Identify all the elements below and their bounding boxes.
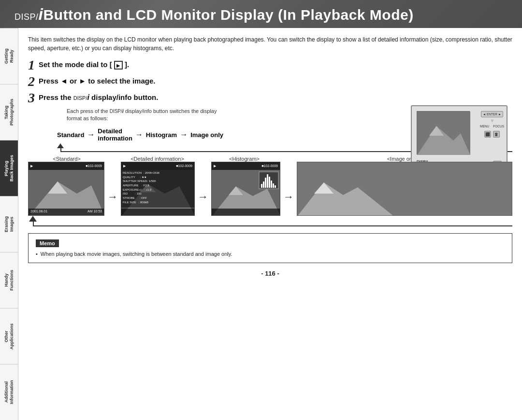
preview-standard: ▶ ■102-0009 2001.08.01 AM 10:53 xyxy=(28,162,104,216)
preview-arrow-2: → xyxy=(195,174,211,203)
sidebar-item-other[interactable]: OtherApplications xyxy=(0,308,18,364)
hist-file-id: ■102-0009 xyxy=(261,164,278,168)
camera-screen xyxy=(417,111,470,154)
sidebar-item-taking-photos[interactable]: TakingPhotographs xyxy=(0,84,18,140)
preview-arrow-1: → xyxy=(104,174,121,203)
feedback-vert-left xyxy=(60,148,61,152)
large-feedback-line xyxy=(33,225,512,226)
svg-rect-23 xyxy=(269,177,270,188)
flow-standard: Standard xyxy=(57,131,84,139)
det-exposure: EXPOSURE+/- : +1.0 xyxy=(123,188,193,192)
std-play-icon: ▶ xyxy=(30,164,33,168)
preview-arrow-3: → xyxy=(280,174,297,203)
preview-histogram: ▶ ■102-0009 xyxy=(211,162,280,216)
std-time: AM 10:53 xyxy=(87,210,102,213)
page-title: DISP/iButton and LCD Monitor Display (In… xyxy=(14,5,414,24)
icon-btn-1: ⬛ xyxy=(484,131,491,138)
camera-controls: ◄ ENTER ► ▽ MENU FOCUS ⬛ 🗑 xyxy=(480,111,504,138)
svg-rect-20 xyxy=(263,182,264,188)
page-header: DISP/iButton and LCD Monitor Display (In… xyxy=(0,0,522,28)
det-iso: ISO : 100 xyxy=(123,192,193,196)
memo-bullet-text: When playing back movie images, switchin… xyxy=(41,250,232,258)
intro-text: This item switches the display on the LC… xyxy=(28,35,512,53)
det-quality: QUALITY : ★★ xyxy=(123,175,193,180)
sidebar: GettingReady TakingPhotographs PlayingBa… xyxy=(0,28,18,420)
sidebar-item-handy[interactable]: HandyFunctions xyxy=(0,252,18,308)
std-file-id: ■102-0009 xyxy=(86,164,102,168)
memo-bullet-dot: • xyxy=(36,250,38,258)
svg-rect-25 xyxy=(273,183,274,188)
sidebar-item-erasing[interactable]: ErasingImages xyxy=(0,196,18,252)
svg-rect-22 xyxy=(267,174,268,188)
preview-images-row: ▶ ■102-0009 2001.08.01 AM 10:53 → xyxy=(28,162,512,216)
previews-wrapper: <Standard> <Detailed information> <Histo… xyxy=(28,156,512,226)
enter-button: ◄ ENTER ► xyxy=(481,111,504,117)
flow-arrow-3: → xyxy=(180,130,188,139)
flow-image-only: Image only xyxy=(190,131,223,139)
italic-i: i xyxy=(39,5,44,23)
sidebar-item-getting-ready[interactable]: GettingReady xyxy=(0,28,18,84)
standard-bottom-bar: 2001.08.01 AM 10:53 xyxy=(29,208,104,215)
feedback-up-arrow xyxy=(57,143,64,148)
det-strobe: STROBE : OFF xyxy=(123,196,193,200)
icon-buttons: ⬛ 🗑 xyxy=(484,131,500,138)
disp-prefix: DISP/ xyxy=(14,12,39,22)
main-content: This item switches the display on the LC… xyxy=(18,28,522,420)
svg-rect-26 xyxy=(275,185,276,188)
step-2-number: 2 xyxy=(28,75,35,88)
det-filesize: FILE SIZE : 800kB xyxy=(123,200,193,205)
step-2: 2 Press ◄ or ► to select the image. xyxy=(28,75,512,88)
step-2-text: Press ◄ or ► to select the image. xyxy=(39,75,155,85)
det-play-icon: ▶ xyxy=(123,164,126,168)
det-shutter: SHUTTER SPEED: 1/500 xyxy=(123,179,193,183)
large-feedback xyxy=(28,216,512,226)
memo-box: Memo • When playing back movie images, s… xyxy=(28,233,512,264)
step-3-text: Press the DISP/i display/info button. xyxy=(39,91,158,102)
hist-top-bar: ▶ ■102-0009 xyxy=(212,162,280,170)
icon-btn-2: 🗑 xyxy=(493,131,500,138)
sidebar-item-playing-back[interactable]: PlayingBack Images xyxy=(0,140,18,196)
step-1-text: Set the mode dial to [ ▶ ]. xyxy=(39,58,129,70)
image-only-svg xyxy=(297,162,512,216)
std-date: 2001.08.01 xyxy=(30,210,47,213)
steps-and-camera: 1 Set the mode dial to [ ▶ ]. 2 Press ◄ … xyxy=(28,58,512,152)
flow-arrow-1: → xyxy=(87,130,95,139)
svg-rect-24 xyxy=(271,181,272,188)
svg-rect-19 xyxy=(261,184,262,188)
hist-play-icon: ▶ xyxy=(214,164,216,168)
menu-focus-row: MENU FOCUS xyxy=(480,125,504,128)
svg-rect-21 xyxy=(265,178,266,188)
focus-label: FOCUS xyxy=(493,125,504,128)
memo-text: • When playing back movie images, switch… xyxy=(36,250,505,258)
flow-arrow-2: → xyxy=(135,130,143,139)
page-number: - 116 - xyxy=(28,268,512,279)
det-file-id: ■102-0009 xyxy=(176,164,192,168)
histogram-svg xyxy=(212,162,280,216)
step-1: 1 Set the mode dial to [ ▶ ]. xyxy=(28,58,512,72)
standard-top-bar: ▶ ■102-0009 xyxy=(29,162,104,170)
preview-image-only xyxy=(297,162,512,216)
label-histogram: <Histogram> xyxy=(209,156,279,162)
sidebar-item-additional[interactable]: AdditionalInformation xyxy=(0,364,18,420)
detailed-info-overlay: RESOLUTION : 2048×1536 QUALITY : ★★ SHUT… xyxy=(121,170,194,208)
step-3: 3 Press the DISP/i display/info button. xyxy=(28,91,512,105)
nav-down: ▽ xyxy=(491,119,493,122)
detailed-top-bar: ▶ ■102-0009 xyxy=(121,162,194,170)
large-feedback-vert xyxy=(33,222,34,226)
flow-detailed: Detailed information xyxy=(98,127,132,142)
camera-screen-svg xyxy=(417,112,470,155)
preview-detailed: ▶ ■102-0009 RESOLUTION : 2048×1536 QUALI… xyxy=(121,162,195,216)
svg-rect-12 xyxy=(121,209,195,216)
det-aperture: APERTURE : F2.3 xyxy=(123,183,193,188)
svg-rect-17 xyxy=(212,209,280,216)
menu-label: MENU xyxy=(480,125,489,128)
large-feedback-up-arrow xyxy=(29,216,37,222)
step-3-number: 3 xyxy=(28,91,35,105)
label-standard: <Standard> xyxy=(28,156,105,162)
step-1-number: 1 xyxy=(28,58,35,72)
flow-histogram: Histogram xyxy=(146,131,177,139)
det-resolution: RESOLUTION : 2048×1536 xyxy=(123,171,193,175)
memo-label: Memo xyxy=(36,239,59,247)
label-detailed: <Detailed information> xyxy=(120,156,195,162)
